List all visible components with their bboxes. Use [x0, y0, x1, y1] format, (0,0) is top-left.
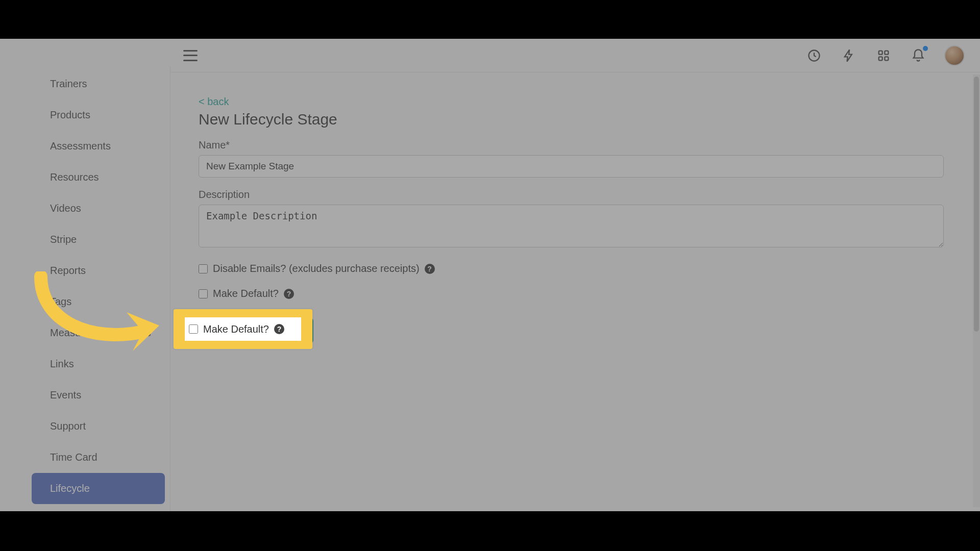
apps-grid-icon[interactable]: [875, 47, 892, 64]
svg-rect-4: [885, 57, 888, 60]
sidebar-item-trainers[interactable]: Trainers: [32, 68, 165, 99]
sidebar-item-label: Videos: [50, 203, 81, 214]
name-label: Name*: [199, 139, 945, 151]
scrollbar[interactable]: [973, 74, 980, 507]
help-icon[interactable]: ?: [284, 289, 294, 299]
sidebar-item-label: Trainers: [50, 78, 87, 90]
sidebar-item-links[interactable]: Links: [32, 348, 165, 380]
sidebar-item-label: Assessments: [50, 140, 111, 152]
make-default-checkbox-highlight[interactable]: [189, 324, 198, 334]
svg-rect-3: [879, 57, 883, 60]
disable-emails-checkbox[interactable]: [199, 264, 208, 273]
sidebar-item-reports[interactable]: Reports: [32, 255, 165, 286]
letterbox-bottom: [0, 511, 980, 551]
sidebar-item-assessments[interactable]: Assessments: [32, 131, 165, 162]
sidebar-item-support[interactable]: Support: [32, 411, 165, 442]
name-input[interactable]: [199, 155, 944, 178]
sidebar-item-events[interactable]: Events: [32, 380, 165, 411]
page-title: New Lifecycle Stage: [199, 111, 945, 128]
sidebar-item-measurement-reports[interactable]: Measurement Reports: [32, 317, 165, 348]
svg-rect-1: [879, 51, 883, 54]
make-default-row: Make Default? ?: [199, 288, 945, 299]
sidebar-item-resources[interactable]: Resources: [32, 162, 165, 193]
sidebar-item-label: Time Card: [50, 452, 97, 463]
make-default-label-highlight: Make Default?: [203, 323, 269, 335]
sidebar-item-time-card[interactable]: Time Card: [32, 442, 165, 473]
back-link[interactable]: < back: [199, 96, 229, 107]
sidebar-item-label: Lifecycle: [50, 483, 90, 494]
sidebar-item-label: Events: [50, 389, 81, 401]
clock-icon[interactable]: [805, 47, 823, 64]
help-icon[interactable]: ?: [274, 324, 284, 334]
sidebar-item-tags[interactable]: Tags: [32, 286, 165, 317]
highlight-callout: Make Default? ?: [174, 309, 312, 349]
sidebar-item-label: Measurement Reports: [50, 327, 151, 339]
help-icon[interactable]: ?: [425, 264, 435, 274]
make-default-checkbox[interactable]: [199, 289, 208, 298]
disable-emails-row: Disable Emails? (excludes purchase recei…: [199, 263, 945, 274]
description-label: Description: [199, 189, 945, 201]
sidebar-item-label: Tags: [50, 296, 71, 308]
notification-dot-icon: [923, 46, 928, 51]
highlight-inner: Make Default? ?: [185, 317, 301, 341]
make-default-label: Make Default?: [213, 288, 279, 299]
sidebar-item-videos[interactable]: Videos: [32, 193, 165, 224]
sidebar: Trainers Products Assessments Resources …: [27, 66, 170, 511]
sidebar-item-label: Products: [50, 109, 90, 121]
disable-emails-label: Disable Emails? (excludes purchase recei…: [213, 263, 420, 274]
svg-rect-2: [885, 51, 888, 54]
sidebar-item-stripe[interactable]: Stripe: [32, 224, 165, 255]
sidebar-item-products[interactable]: Products: [32, 99, 165, 131]
sidebar-item-label: Links: [50, 358, 74, 370]
bell-icon[interactable]: [910, 47, 927, 64]
avatar[interactable]: [944, 45, 965, 66]
description-field: Description: [199, 189, 945, 249]
name-field: Name*: [199, 139, 945, 178]
lightning-icon[interactable]: [840, 47, 857, 64]
scrollbar-thumb[interactable]: [974, 77, 979, 332]
sidebar-item-label: Reports: [50, 265, 86, 277]
description-input[interactable]: [199, 205, 944, 247]
topbar: [171, 39, 980, 72]
sidebar-item-label: Stripe: [50, 234, 77, 245]
hamburger-icon[interactable]: [183, 50, 198, 61]
sidebar-item-label: Support: [50, 420, 86, 432]
sidebar-item-lifecycle[interactable]: Lifecycle: [32, 473, 165, 504]
main-content: < back New Lifecycle Stage Name* Descrip…: [171, 72, 973, 511]
app-window: Trainers Products Assessments Resources …: [0, 39, 980, 511]
sidebar-item-label: Resources: [50, 171, 99, 183]
letterbox-top: [0, 0, 980, 39]
